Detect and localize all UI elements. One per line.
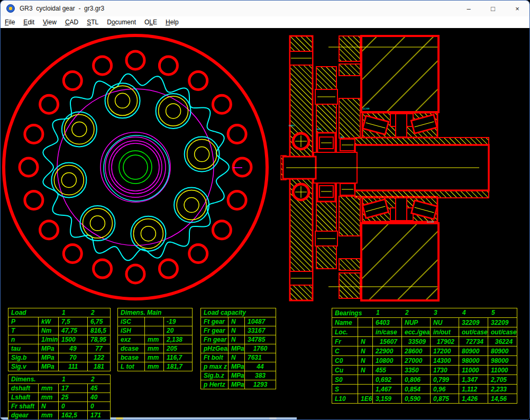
minimize-button[interactable]: –: [456, 1, 481, 16]
titlebar: GR3 cycloidal gear - gr3.gr3 – □ ×: [1, 1, 529, 16]
table-row: Sig.b.zMPa383: [201, 371, 276, 380]
table-row: Ft gearN10487: [201, 317, 276, 326]
menu-document[interactable]: Document: [103, 19, 140, 26]
table-row: C0N1080027000143009800098000: [332, 356, 517, 366]
load-table-title: Load12: [8, 308, 111, 317]
dimens-table-title: Dimens.12: [8, 375, 111, 384]
window-title: GR3 cycloidal gear - gr3.gr3: [20, 5, 104, 12]
taskbar-blob: [269, 417, 277, 419]
main-table: Dimens. MainiSC-19iSH20exzmm2,138dcasemm…: [117, 308, 193, 371]
taskbar-blob: [116, 417, 123, 419]
bearings-table: Bearings12345Name6403NUPNU3220932209Loc.…: [332, 308, 517, 404]
table-row: dshaftmm1745: [8, 384, 111, 393]
table-row: p HertzMPa1293: [201, 380, 276, 389]
table-row: Fn gearN34785: [201, 335, 276, 344]
table-row: iSH20: [118, 326, 193, 335]
svg-text:NU: NU: [341, 136, 344, 139]
svg-text:6403: 6403: [289, 124, 295, 127]
table-row: L101E63,1590,5900,8751,42614,56: [332, 394, 517, 404]
table-row: dcasemm205: [118, 344, 193, 353]
section-view: 6403 NUP NU 32209 32209: [281, 36, 489, 300]
svg-text:32209: 32209: [427, 221, 434, 223]
table-row: dgearmm162,5171: [8, 411, 111, 420]
table-row: PkW7,56,75: [8, 317, 111, 326]
close-button[interactable]: ×: [505, 1, 529, 16]
menu-edit[interactable]: Edit: [19, 19, 39, 26]
maximize-button[interactable]: □: [481, 1, 505, 16]
load-table: Load12PkW7,56,75TNm47,75816,5n1/min15007…: [8, 308, 111, 371]
svg-text:NUP: NUP: [317, 128, 321, 131]
menubar: FileEditViewCADSTLDocumentOLEHelp: [1, 16, 529, 28]
menu-cad[interactable]: CAD: [61, 19, 83, 26]
table-row: S1,4670,8540,961,1122,233: [332, 385, 517, 394]
app-icon: [6, 4, 15, 13]
main-table-title: Dimens. Main: [118, 308, 193, 317]
table-row: L totmm181,7: [118, 362, 193, 371]
app-window: GR3 cycloidal gear - gr3.gr3 – □ × FileE…: [0, 0, 530, 420]
bearing-top: [362, 113, 437, 138]
table-row: Name6403NUPNU3220932209: [332, 318, 517, 327]
table-row: Sig.bMPa70122: [8, 353, 111, 362]
table-row: Fr shaftN00: [8, 402, 111, 411]
menu-view[interactable]: View: [39, 19, 61, 26]
table-row: bcasemm116,7: [118, 353, 193, 362]
capacity-table-title: Load capacity: [201, 308, 276, 317]
menu-stl[interactable]: STL: [83, 19, 103, 26]
table-row: FrN1560733509179027273436224: [332, 337, 517, 346]
dimens-table: Dimens.12dshaftmm1745Lshaftmm2540Fr shaf…: [8, 375, 111, 420]
table-row: Lshaftmm2540: [8, 393, 111, 402]
menu-help[interactable]: Help: [161, 19, 183, 26]
table-row: CN2290028600172008090080900: [332, 346, 517, 356]
table-row: Sig.vMPa111181: [8, 362, 111, 371]
svg-text:32209: 32209: [362, 107, 370, 110]
window-controls: – □ ×: [456, 1, 529, 16]
bearing-bottom: [362, 197, 437, 222]
section-view-drawing[interactable]: 6403 NUP NU 32209 32209: [1, 28, 530, 302]
table-row: iSC-19: [118, 317, 193, 326]
menu-file[interactable]: File: [1, 19, 19, 26]
table-row: Loc.in/caseecc./gearin/outout/caseout/ca…: [332, 327, 517, 337]
table-row: Ft boltN7631: [201, 353, 276, 362]
bearings-table-title: Bearings12345: [332, 308, 517, 318]
table-row: n1/min150078,95: [8, 335, 111, 344]
capacity-table: Load capacityFt gearN10487Fr gearN33167F…: [200, 308, 276, 389]
table-row: exzmm2,138: [118, 335, 193, 344]
table-row: TNm47,75816,5: [8, 326, 111, 335]
table-row: CuN455335017301100011000: [332, 366, 517, 375]
table-row: S00,6920,8060,7991,3472,705: [332, 375, 517, 385]
table-row: tauMPa4977: [8, 344, 111, 353]
menu-ole[interactable]: OLE: [140, 19, 161, 26]
table-row: Fr gearN33167: [201, 326, 276, 335]
table-row: p max zMPa44: [201, 362, 276, 371]
table-row: pHzGearMPa1760: [201, 344, 276, 353]
